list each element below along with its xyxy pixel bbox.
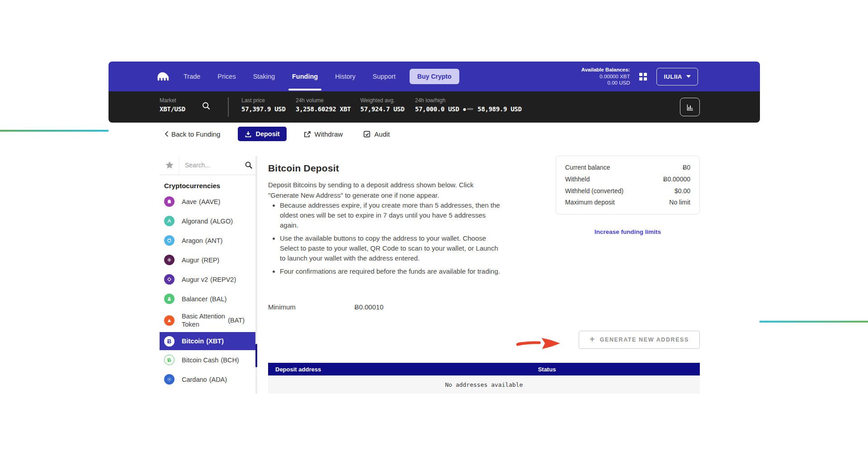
cardano-icon bbox=[164, 374, 175, 385]
currency-item-bat[interactable]: Basic Attention Token (BAT) bbox=[160, 309, 257, 332]
high-value: 58,989.9 USD bbox=[477, 105, 522, 113]
user-name: IULIIA bbox=[664, 73, 682, 80]
currency-list: Aave (AAVE) Algorand (ALGO) Aragon (ANT)… bbox=[160, 192, 257, 389]
deposit-notes: Because addresses expire, if you create … bbox=[270, 200, 502, 280]
app-header: Trade Prices Staking Funding History Sup… bbox=[108, 62, 760, 123]
gradient-line-left bbox=[0, 130, 108, 132]
tab-audit[interactable]: Audit bbox=[363, 130, 390, 138]
balance-card: Current balance Ƀ0 Withheld Ƀ0.00000 Wit… bbox=[556, 156, 700, 214]
balance-xbt: 0.00000 XBT bbox=[581, 73, 630, 80]
nav-right-group: Available Balances: 0.00000 XBT 0.00 USD… bbox=[581, 66, 698, 86]
page: Trade Prices Staking Funding History Sup… bbox=[0, 0, 868, 456]
gradient-line-right bbox=[760, 321, 868, 323]
chart-icon[interactable] bbox=[680, 98, 700, 116]
sidebar-scrollbar-thumb[interactable] bbox=[255, 344, 257, 367]
deposit-address-table: Deposit address Status No addresses avai… bbox=[268, 363, 700, 394]
page-title: Bitcoin Deposit bbox=[268, 163, 339, 174]
kraken-logo[interactable] bbox=[156, 71, 169, 82]
back-chevron-icon bbox=[165, 131, 169, 137]
card-row-maximum-deposit: Maximum deposit No limit bbox=[565, 199, 690, 206]
algorand-icon bbox=[164, 216, 175, 226]
currency-item-bch[interactable]: Ƀ Bitcoin Cash (BCH) bbox=[160, 350, 257, 370]
aave-icon bbox=[164, 196, 175, 207]
table-empty-row: No addresses available bbox=[268, 375, 700, 394]
ticker-search-icon[interactable] bbox=[202, 101, 211, 112]
nav-item-support[interactable]: Support bbox=[373, 73, 396, 80]
market-ticker-bar: Market XBT/USD Last price 57,397.9 USD 2… bbox=[108, 91, 760, 123]
currency-item-ant[interactable]: Aragon (ANT) bbox=[160, 231, 257, 250]
tab-deposit[interactable]: Deposit bbox=[238, 127, 286, 141]
currency-sidebar: Cryptocurrencies Aave (AAVE) Algorand (A… bbox=[160, 156, 257, 394]
note-item: Because addresses expire, if you create … bbox=[280, 200, 502, 230]
augur-v2-icon bbox=[164, 274, 175, 285]
nav-item-history[interactable]: History bbox=[335, 73, 355, 80]
augur-icon bbox=[164, 255, 175, 265]
funding-tabs: Back to Funding Deposit Withdraw Audit bbox=[165, 126, 410, 142]
balancer-icon bbox=[164, 294, 175, 304]
intro-text: Deposit Bitcoins by sending to a deposit… bbox=[268, 180, 497, 200]
increase-funding-limits-link[interactable]: Increase funding limits bbox=[556, 228, 700, 235]
note-item: Four confirmations are required before t… bbox=[280, 266, 502, 276]
card-row-withheld: Withheld Ƀ0.00000 bbox=[565, 176, 690, 183]
bitcoin-icon: Ƀ bbox=[164, 336, 175, 347]
minimum-label: Minimum bbox=[268, 303, 354, 311]
range-indicator: ● bbox=[463, 107, 466, 112]
currency-item-bal[interactable]: Balancer (BAL) bbox=[160, 289, 257, 309]
note-item: Use the available buttons to copy the ad… bbox=[280, 233, 502, 263]
currency-item-ada[interactable]: Cardano (ADA) bbox=[160, 370, 257, 389]
user-menu-button[interactable]: IULIIA bbox=[656, 68, 698, 86]
sidebar-search-row bbox=[160, 156, 257, 175]
available-balances: Available Balances: 0.00000 XBT 0.00 USD bbox=[581, 66, 630, 86]
sidebar-search-icon[interactable] bbox=[245, 161, 253, 171]
annotation-arrow bbox=[516, 337, 568, 352]
bat-icon bbox=[164, 315, 175, 326]
currency-item-rep[interactable]: Augur (REP) bbox=[160, 250, 257, 270]
table-header: Deposit address Status bbox=[268, 363, 700, 375]
col-deposit-address: Deposit address bbox=[268, 366, 538, 373]
bitcoin-cash-icon: Ƀ bbox=[164, 355, 175, 365]
balance-usd: 0.00 USD bbox=[581, 80, 630, 86]
deposit-icon bbox=[245, 131, 252, 138]
minimum-row: Minimum Ƀ0.00010 bbox=[268, 303, 494, 311]
generate-new-address-button[interactable]: + GENERATE NEW ADDRESS bbox=[579, 331, 700, 349]
apps-grid-icon[interactable] bbox=[639, 73, 647, 81]
audit-icon bbox=[363, 130, 371, 138]
favorites-star-icon[interactable] bbox=[160, 156, 179, 175]
user-caret-icon bbox=[686, 75, 691, 78]
market-label: Market bbox=[160, 97, 185, 104]
nav-item-staking[interactable]: Staking bbox=[253, 73, 275, 80]
balances-title: Available Balances: bbox=[581, 66, 630, 73]
card-row-withheld-converted: Withheld (converted) $0.00 bbox=[565, 187, 690, 195]
card-row-current-balance: Current balance Ƀ0 bbox=[565, 164, 690, 171]
stat-weighted-avg: Weighted avg. 57,924.7 USD bbox=[360, 97, 405, 113]
stat-low-high: 24h low/high 57,000.0 USD ● 58,989.9 USD bbox=[415, 97, 522, 113]
col-status: Status bbox=[538, 366, 556, 373]
market-pair: XBT/USD bbox=[160, 105, 185, 113]
nav-menu: Trade Prices Staking Funding History Sup… bbox=[175, 73, 404, 80]
tab-withdraw[interactable]: Withdraw bbox=[303, 130, 343, 138]
buy-crypto-button[interactable]: Buy Crypto bbox=[410, 69, 459, 84]
withdraw-icon bbox=[303, 130, 311, 138]
stat-last-price: Last price 57,397.9 USD bbox=[241, 97, 286, 113]
back-to-funding-link[interactable]: Back to Funding bbox=[165, 130, 220, 138]
nav-item-prices[interactable]: Prices bbox=[217, 73, 236, 80]
currency-item-repv2[interactable]: Augur v2 (REPV2) bbox=[160, 270, 257, 289]
nav-item-trade[interactable]: Trade bbox=[184, 73, 200, 80]
aragon-icon bbox=[164, 235, 175, 246]
sidebar-heading: Cryptocurrencies bbox=[164, 182, 257, 190]
top-nav: Trade Prices Staking Funding History Sup… bbox=[108, 62, 760, 91]
currency-item-aave[interactable]: Aave (AAVE) bbox=[160, 192, 257, 211]
low-value: 57,000.0 USD bbox=[415, 105, 459, 113]
nav-item-funding[interactable]: Funding bbox=[292, 73, 318, 80]
minimum-value: Ƀ0.00010 bbox=[354, 303, 383, 311]
market-pair-block: Market XBT/USD bbox=[160, 97, 185, 113]
stat-24h-volume: 24h volume 3,258.60292 XBT bbox=[296, 97, 351, 113]
currency-item-xbt[interactable]: Ƀ Bitcoin (XBT) bbox=[160, 332, 257, 350]
plus-icon: + bbox=[590, 335, 595, 344]
currency-item-algo[interactable]: Algorand (ALGO) bbox=[160, 211, 257, 231]
ticker-divider bbox=[228, 97, 229, 117]
